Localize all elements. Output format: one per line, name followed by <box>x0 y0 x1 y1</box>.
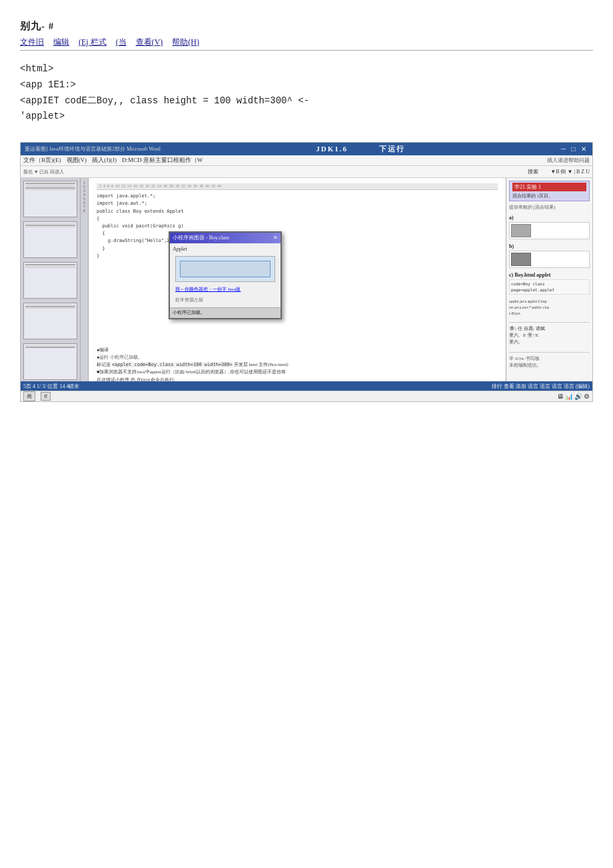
section-b-label: b) <box>509 243 590 249</box>
word-titlebar: 重运看图] Java环境环境与语言基础第2部分 Microsoft Word J… <box>21 143 592 155</box>
applet-dialog-footer: 处学资源占据 <box>173 295 278 306</box>
word-document-screenshot: 重运看图] Java环境环境与语言基础第2部分 Microsoft Word J… <box>20 142 593 402</box>
bottom-btn-1[interactable]: 画 <box>23 391 35 401</box>
applet-link: 我～你颜色器把：一份字 Java版 <box>173 285 278 295</box>
page-container: 别九- # 文件旧 编辑 (Ej 栏式 (当 查看(V) 帮助(H) <html… <box>0 0 613 868</box>
right-footer-text: '事'; 任 自愿; 请赋 里六、E '里':'E 里六。 <box>509 325 590 345</box>
bottom-icons: 🖥 📊 🔊 ⚙ <box>557 393 590 400</box>
word-menu-view[interactable]: 视图(V) <box>67 156 87 165</box>
right-panel-header: 学21 实验 1 混合结果的 1页目。 <box>509 181 590 201</box>
section-a-content <box>509 222 590 239</box>
bullet-4: ■加果浏览器不支持Java中applet运行（比如 Win8以后的浏览器）,你也… <box>97 369 498 376</box>
right-section-c: c) Boy.html applet code=Boy class page=a… <box>509 272 590 295</box>
word-menu-search: 插入请进帮助问题 <box>547 157 590 164</box>
word-window-controls: ─ □ ✕ <box>561 145 588 153</box>
thumb-2 <box>23 221 77 258</box>
code-method: public void paint(Graphics g) <box>97 223 498 230</box>
applet-status: 小程序已加载。 <box>170 307 281 318</box>
bullet-2: ●运行 小程序已加载。 <box>97 354 498 361</box>
code-line-1: <html> <box>20 61 593 77</box>
code-line-3: <appIET codE二Boy,, class height = 100 wi… <box>20 93 593 109</box>
status-extra: 排行 查看 添加 语言 语言 语言 语言 (编辑) <box>492 383 590 390</box>
code-brace-open: { <box>97 215 498 223</box>
word-menu-insert[interactable]: 插入(J)(J) <box>92 156 117 165</box>
applet-dialog-title: 小程序画图器 - Boy.class <box>173 234 229 242</box>
thumb-1 <box>23 181 77 217</box>
word-ruler-column: 1 2 3 4 5 6 7 8 <box>81 178 89 397</box>
bottom-icon-3: 🔊 <box>574 393 582 400</box>
code-brace-close: } <box>97 253 498 260</box>
word-statusbar: 5页 4 1/ 3/ 位置 14 4磅末 排行 查看 添加 语言 语言 语言 语… <box>21 381 592 391</box>
right-panel-search: 提供有粗的 [混合结果] <box>509 204 590 211</box>
right-panel-footer: '事'; 任 自愿; 请赋 里六、E '里':'E 里六。 <box>509 322 590 345</box>
word-right-panel: 学21 实验 1 混合结果的 1页目。 提供有粗的 [混合结果] a) b) <box>506 178 592 397</box>
thumb-3 <box>23 262 77 299</box>
word-main-area: 1 2 <box>21 178 592 397</box>
right-panel-status: 半 4/34- 书写板 末程编制造比。 <box>509 352 590 369</box>
title-bar: 别九- # <box>20 13 593 33</box>
word-left-panel: 1 2 <box>21 178 81 397</box>
menu-bar: 文件旧 编辑 (Ej 栏式 (当 查看(V) 帮助(H) <box>20 37 593 51</box>
code-class: public class Boy extends Applet <box>97 208 498 215</box>
menu-item-format[interactable]: (Ej 栏式 <box>79 37 107 48</box>
thumb-4 <box>23 303 77 339</box>
code-block: <html> <app 1E1:> <appIET codE二Boy,, cla… <box>20 57 593 129</box>
bullet-1: ●编译 <box>97 347 498 354</box>
right-panel-note: applet.java applet f:imp ort.java.awt.* … <box>509 299 590 317</box>
right-section-a: a) <box>509 215 590 239</box>
bullet-3: 标记连 <applet code=Boy.class width=100 wid… <box>97 361 498 369</box>
word-menu-extra[interactable]: D:MCD·意标主窗口框粗作（W <box>122 156 203 165</box>
code-method-brace: { <box>97 230 498 237</box>
applet-content <box>175 256 275 282</box>
word-code-content: import java.applet.*; import java.awt.*;… <box>97 193 498 260</box>
applet-dialog-close[interactable]: ✕ <box>273 234 278 242</box>
word-menu-file[interactable]: 文件（B页)(E) <box>23 156 61 165</box>
ruler-bar: 2 4 6 8 10 12 14 16 18 20 22 24 26 28 30… <box>97 183 498 190</box>
thumb-5 <box>23 343 77 380</box>
menu-item-file[interactable]: 文件旧 <box>20 37 44 48</box>
word-menubar: 文件（B页)(E) 视图(V) 插入(J)(J) D:MCD·意标主窗口框粗作（… <box>21 155 592 166</box>
status-page: 5页 4 1/ 3/ 位置 14 4磅末 <box>23 383 79 390</box>
right-header-badge: 学21 实验 1 <box>512 183 586 191</box>
word-title-center: JDK1.6 下运行 <box>161 144 561 154</box>
menu-item-view1[interactable]: (当 <box>116 37 127 48</box>
code-line-4: 'applet> <box>20 109 593 125</box>
section-c-label: c) Boy.html applet <box>509 272 590 278</box>
page-title: 别九- # <box>20 20 54 33</box>
toolbar-ruler: 题也 ▼ 已自 回进入 <box>23 169 99 175</box>
code-import1: import java.applet.*; <box>97 193 498 200</box>
menu-item-help[interactable]: 帮助(H) <box>172 37 199 48</box>
word-toolbar: 题也 ▼ 已自 回进入 搜索 ▼B 倒 ▼ | B Z U <box>21 166 592 178</box>
menu-item-edit[interactable]: 编辑 <box>53 37 69 48</box>
word-bottombar: 画 ff 🖥 📊 🔊 ⚙ <box>21 391 592 401</box>
right-section-b: b) <box>509 243 590 268</box>
menu-item-view2[interactable]: 查看(V) <box>136 37 163 48</box>
section-b-content <box>509 251 590 268</box>
bottom-icon-1: 🖥 <box>557 393 564 400</box>
applet-dialog-titlebar: 小程序画图器 - Boy.class ✕ <box>170 233 281 243</box>
applet-dialog-link[interactable]: 我～你颜色器把：一份字 Java版 <box>175 287 241 292</box>
applet-dialog: 小程序画图器 - Boy.class ✕ Applet 我～你颜色器把：一份字 … <box>169 231 282 319</box>
word-content: 2 4 6 8 10 12 14 16 18 20 22 24 26 28 30… <box>89 178 506 397</box>
bottom-icon-2: 📊 <box>565 393 573 400</box>
applet-label: Applet <box>173 245 278 253</box>
right-panel-code: code=Boy class page=applet.applet <box>509 279 590 295</box>
section-a-label: a) <box>509 215 590 221</box>
right-header-subtitle: 混合结果的 1页目。 <box>512 193 586 199</box>
code-line-2: <app 1E1:> <box>20 77 593 93</box>
toolbar-format: 搜索 ▼B 倒 ▼ | B Z U <box>528 168 590 175</box>
word-title-left: 重运看图] Java环境环境与语言基础第2部分 Microsoft Word <box>25 145 161 153</box>
bottom-btn-2[interactable]: ff <box>41 392 51 401</box>
code-method-close: } <box>97 245 498 253</box>
code-drawstring: g.drawString("Hello",25,100); <box>97 237 498 245</box>
code-import2: import java.awt.*; <box>97 200 498 207</box>
bottom-icon-4: ⚙ <box>584 393 590 400</box>
